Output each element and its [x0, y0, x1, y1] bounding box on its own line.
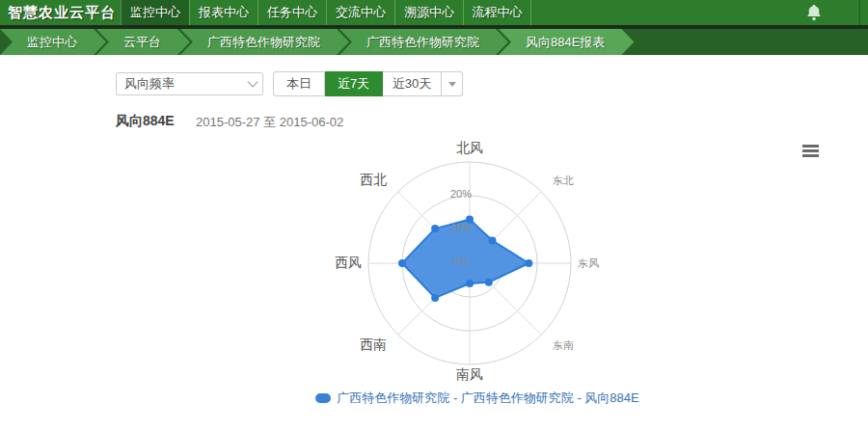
breadcrumb-item-institute-2[interactable]: 广西特色作物研究院 [339, 29, 508, 55]
button-label: 本日 [286, 75, 312, 93]
radar-data-point[interactable] [431, 294, 439, 302]
report-date-range: 2015-05-27 至 2015-06-02 [196, 114, 343, 131]
radar-category-label: 西北 [360, 172, 387, 187]
nav-item-traceability[interactable]: 溯源中心 [394, 0, 463, 25]
nav-item-process[interactable]: 流程中心 [463, 0, 531, 25]
main-nav: 监控中心 报表中心 任务中心 交流中心 溯源中心 流程中心 [121, 0, 531, 25]
radar-data-point[interactable] [466, 280, 474, 287]
range-today-button[interactable]: 本日 [273, 71, 325, 96]
breadcrumb-item-institute[interactable]: 广西特色作物研究院 [180, 29, 349, 55]
nav-item-label: 任务中心 [267, 4, 317, 21]
app-logo: 智慧农业云平台 [0, 0, 121, 25]
nav-item-communication[interactable]: 交流中心 [326, 0, 394, 25]
breadcrumb-item-monitoring[interactable]: 监控中心 [0, 29, 106, 55]
breadcrumb: 监控中心 云平台 广西特色作物研究院 广西特色作物研究院 风向884E报表 [0, 29, 868, 55]
range-30days-button[interactable]: 近30天 [383, 71, 442, 96]
chart-legend[interactable]: 广西特色作物研究院 - 广西特色作物研究院 - 风向884E [116, 390, 839, 407]
legend-label: 广西特色作物研究院 - 广西特色作物研究院 - 风向884E [337, 390, 638, 407]
radar-data-point[interactable] [525, 259, 532, 267]
breadcrumb-label: 广西特色作物研究院 [366, 34, 479, 51]
nav-item-monitoring[interactable]: 监控中心 [121, 0, 189, 25]
radar-chart[interactable]: 0%10%20%北风东北东风东南南风西南西风西北 [309, 133, 637, 389]
radar-axis-tick-label: 20% [450, 188, 472, 200]
page: 智慧农业云平台 监控中心 报表中心 任务中心 交流中心 溯源中心 流程中心 监控… [0, 0, 868, 431]
top-nav-bar: 智慧农业云平台 监控中心 报表中心 任务中心 交流中心 溯源中心 流程中心 [0, 0, 868, 25]
button-label: 近30天 [393, 75, 431, 93]
radar-category-label: 东北 [553, 175, 574, 186]
radar-category-label: 东风 [578, 257, 599, 269]
radar-category-label: 西风 [335, 255, 362, 270]
radar-data-point[interactable] [431, 225, 439, 232]
bell-icon[interactable] [806, 5, 822, 21]
breadcrumb-item-cloud-platform[interactable]: 云平台 [96, 29, 190, 55]
breadcrumb-label: 监控中心 [27, 34, 77, 51]
nav-item-label: 报表中心 [199, 4, 249, 21]
legend-marker [315, 393, 331, 403]
nav-item-label: 溯源中心 [404, 4, 454, 21]
nav-item-tasks[interactable]: 任务中心 [258, 0, 326, 25]
nav-item-reports[interactable]: 报表中心 [189, 0, 258, 25]
radar-data-point[interactable] [485, 279, 493, 286]
report-title: 风向884E [116, 113, 175, 130]
radar-category-label: 西南 [360, 337, 387, 352]
date-range-button-group: 本日 近7天 近30天 [273, 71, 463, 96]
breadcrumb-label: 云平台 [123, 34, 161, 51]
nav-item-label: 交流中心 [336, 4, 386, 21]
chevron-down-icon [247, 76, 258, 87]
radar-data-point[interactable] [398, 259, 406, 267]
button-label: 近7天 [338, 75, 369, 93]
metric-select-value: 风向频率 [124, 75, 175, 93]
chart-toolbox-menu-icon[interactable] [802, 145, 819, 159]
caret-down-icon [448, 82, 456, 87]
radar-category-label: 南风 [456, 366, 483, 382]
radar-axis-tick-label: 10% [450, 222, 472, 233]
radar-category-label: 北风 [456, 140, 483, 155]
range-more-button[interactable] [442, 71, 463, 96]
range-7days-button[interactable]: 近7天 [325, 71, 383, 96]
radar-category-label: 东南 [553, 339, 574, 351]
breadcrumb-label: 广西特色作物研究院 [207, 34, 320, 51]
breadcrumb-item-report[interactable]: 风向884E报表 [499, 29, 634, 55]
radar-axis-tick-label: 0% [453, 256, 469, 267]
radar-chart-svg[interactable]: 0%10%20%北风东北东风东南南风西南西风西北 [309, 133, 637, 389]
nav-item-label: 监控中心 [130, 4, 180, 21]
radar-data-point[interactable] [489, 237, 497, 245]
nav-item-label: 流程中心 [473, 4, 523, 21]
topbar-divider [859, 0, 860, 25]
breadcrumb-label: 风向884E报表 [526, 34, 605, 51]
metric-select[interactable]: 风向频率 [116, 72, 263, 95]
